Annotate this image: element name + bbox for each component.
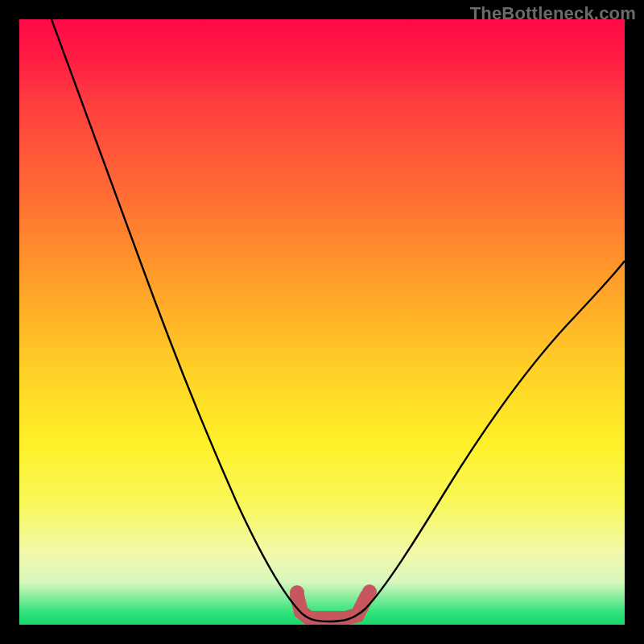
accent-dot-left	[290, 585, 304, 600]
bottleneck-curve	[52, 19, 625, 621]
chart-frame: TheBottleneck.com	[0, 0, 644, 644]
watermark-text: TheBottleneck.com	[470, 3, 636, 24]
chart-svg	[19, 19, 625, 625]
plot-area	[19, 19, 625, 625]
